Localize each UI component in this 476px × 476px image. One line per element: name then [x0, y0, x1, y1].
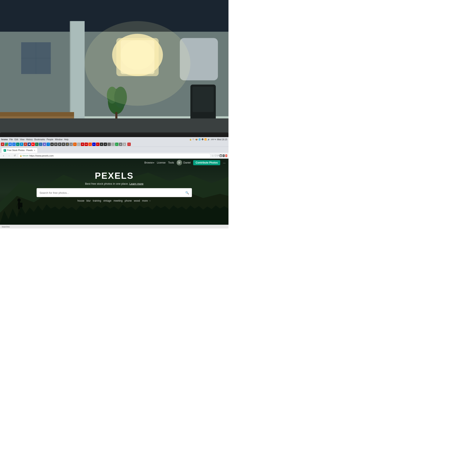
tag-vintage[interactable]: vintage	[103, 199, 112, 202]
browser-tab[interactable]: P Free Stock Photos · Pexels ×	[1, 148, 38, 153]
app31-icon[interactable]: ◉	[119, 143, 122, 146]
app21-icon[interactable]: Ai	[81, 143, 84, 146]
ext-icon2[interactable]: ≡	[222, 154, 224, 157]
tag-meeting[interactable]: meeting	[114, 199, 123, 202]
app7-icon[interactable]: ◼	[28, 143, 31, 146]
battery-display: 100 %	[211, 138, 216, 140]
back-button[interactable]: ‹	[1, 153, 6, 158]
app27-icon[interactable]: M	[104, 143, 107, 146]
svg-rect-27	[18, 202, 20, 209]
address-field[interactable]: 🔒 Secure https://www.pexels.com	[18, 153, 211, 158]
telegram-icon[interactable]: ✈	[20, 143, 23, 146]
app11-icon[interactable]: ◆	[43, 143, 46, 146]
tools-nav-link[interactable]: Tools	[168, 161, 174, 164]
app15-icon[interactable]: M	[58, 143, 61, 146]
app25-icon[interactable]: Pr	[96, 143, 100, 146]
hero-content: PEXELS Best free stock photos in one pla…	[17, 171, 211, 202]
taskbar: Searches	[0, 225, 228, 228]
menu-view[interactable]: View	[20, 138, 25, 141]
youtube-icon[interactable]: ▶	[31, 143, 35, 146]
lock-icon: 🔒	[20, 155, 22, 157]
medium-icon[interactable]: M	[54, 143, 58, 146]
refresh-button[interactable]: ↺	[12, 153, 17, 158]
svg-rect-19	[192, 87, 214, 112]
app13-icon[interactable]: ◉	[50, 143, 54, 146]
drive-icon[interactable]	[5, 143, 8, 146]
app24-icon[interactable]: Ps	[92, 143, 96, 146]
menu-history[interactable]: History	[26, 138, 33, 141]
user-profile-area[interactable]: D Daniel	[177, 160, 191, 165]
app29-icon[interactable]: ○	[111, 143, 115, 146]
browse-chevron-icon: ▾	[153, 162, 154, 164]
trello-icon[interactable]: ≡	[39, 143, 42, 146]
more-options-button[interactable]: ···	[223, 161, 225, 165]
searches-label: Searches	[2, 226, 10, 228]
pdf-icon[interactable]: A	[24, 143, 27, 146]
gmail-icon[interactable]: M	[1, 143, 4, 146]
search-input[interactable]	[40, 191, 185, 194]
menu-help[interactable]: Help	[64, 138, 68, 141]
tag-phone[interactable]: phone	[125, 199, 132, 202]
close-button[interactable]: ×	[127, 143, 131, 146]
contribute-photos-button[interactable]: Contribute Photos	[193, 160, 221, 165]
tag-more[interactable]: more →	[142, 199, 151, 202]
app-toolbar: M 20 21 ● ✈ A ◼ ▶ X ≡ ◆ T ◉ M M M ⚡ ● S …	[0, 142, 228, 147]
quick-tags-container: house blur training vintage meeting phon…	[17, 199, 211, 202]
app32-icon[interactable]: ◐	[123, 143, 126, 146]
excel-icon[interactable]: X	[35, 143, 38, 146]
license-nav-link[interactable]: License	[157, 161, 165, 164]
app19-icon[interactable]: S	[73, 143, 77, 146]
user-avatar: D	[177, 160, 182, 165]
menu-file[interactable]: File	[10, 138, 13, 141]
menu-edit[interactable]: Edit	[15, 138, 18, 141]
app16-icon[interactable]: M	[62, 143, 65, 146]
tag-blur[interactable]: blur	[86, 199, 91, 202]
hero-subtitle-text: Best free stock photos in one place. Lea…	[17, 182, 211, 185]
clock-display: Wed 16:15	[217, 138, 227, 141]
pexels-site: Browse ▾ License Tools D Daniel Contribu…	[0, 159, 228, 225]
calendar-icon[interactable]: 20	[8, 143, 12, 146]
tag-house[interactable]: house	[77, 199, 85, 202]
tab-bar: P Free Stock Photos · Pexels ×	[0, 147, 228, 153]
app23-icon[interactable]: Lr	[88, 143, 92, 146]
browse-label: Browse	[144, 161, 153, 164]
search-bar[interactable]: 🔍	[37, 188, 192, 197]
app18-icon[interactable]: ●	[69, 143, 73, 146]
pexels-brand-title: PEXELS	[17, 171, 211, 181]
tasks-icon[interactable]: 21	[12, 143, 16, 146]
ext-icon3[interactable]: ●	[225, 154, 227, 157]
browse-nav-link[interactable]: Browse ▾	[144, 161, 154, 164]
url-display: https://www.pexels.com	[29, 154, 54, 157]
bookmark-icon[interactable]: ☆	[212, 154, 214, 157]
tag-wood[interactable]: wood	[134, 199, 140, 202]
learn-more-link[interactable]: Learn more	[130, 182, 143, 185]
app30-icon[interactable]: ●	[115, 143, 119, 146]
app20-icon[interactable]: ◻	[77, 143, 80, 146]
user-name-display: Daniel	[183, 161, 191, 164]
secure-label: Secure	[22, 155, 29, 157]
address-bar-row: ‹ › ↺ 🔒 Secure https://www.pexels.com ☆ …	[0, 153, 228, 159]
app28-icon[interactable]: ≈	[107, 143, 111, 146]
forward-button[interactable]: ›	[7, 153, 11, 158]
app17-icon[interactable]: ⚡	[66, 143, 69, 146]
app22-icon[interactable]: Ae	[85, 143, 88, 146]
menu-items: hrome File Edit View History Bookmarks P…	[1, 138, 187, 141]
menu-window[interactable]: Window	[55, 138, 63, 141]
app26-icon[interactable]: M	[100, 143, 103, 146]
search-icon: 🔍	[185, 191, 189, 194]
tab-title: Free Stock Photos · Pexels	[7, 149, 33, 152]
shield-icon[interactable]: 🛡	[215, 154, 217, 157]
menu-chrome[interactable]: hrome	[1, 138, 8, 141]
menu-people[interactable]: People	[47, 138, 53, 141]
pinterest-icon[interactable]: P	[218, 154, 219, 157]
pexels-nav: Browse ▾ License Tools D Daniel Contribu…	[0, 159, 228, 167]
ext-icon1[interactable]: ◼	[220, 154, 222, 157]
tag-training[interactable]: training	[93, 199, 101, 202]
app5-icon[interactable]: ●	[16, 143, 19, 146]
tab-close-button[interactable]: ×	[34, 149, 35, 152]
menu-bookmarks[interactable]: Bookmarks	[34, 138, 45, 141]
teams-icon[interactable]: T	[47, 143, 50, 146]
browser-window: hrome File Edit View History Bookmarks P…	[0, 137, 228, 228]
user-initials: D	[179, 161, 180, 164]
secure-badge: 🔒 Secure	[20, 155, 29, 157]
